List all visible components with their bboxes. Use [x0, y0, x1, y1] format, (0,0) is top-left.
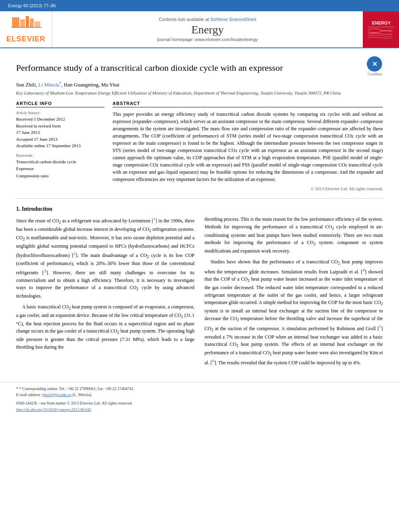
received-revised-date: 17 June 2013	[16, 129, 105, 136]
crossmark-circle: ✕	[367, 56, 382, 72]
email-label: E-mail address:	[16, 392, 41, 397]
elsevier-graphic-icon	[10, 15, 42, 33]
journal-homepage: journal homepage: www.elsevier.com/locat…	[157, 37, 258, 42]
author-rest: , Han Guangming, Ma Yitai	[61, 82, 119, 88]
intro-para-4: Studies have shown that the performance …	[205, 258, 383, 367]
svg-rect-1	[20, 19, 25, 27]
sciverse-link[interactable]: SciVerse ScienceDirect	[210, 17, 256, 22]
author-sunzhili: Sun Zhili,	[16, 82, 38, 88]
authors-line: Sun Zhili, Li Minxia*, Han Guangming, Ma…	[16, 81, 383, 88]
cover-inner: ENERGY	[365, 15, 397, 43]
svg-rect-6	[366, 16, 396, 43]
received-revised-label: Received in revised form	[16, 123, 105, 129]
abstract-column: ABSTRACT This paper provides an energy e…	[113, 101, 383, 191]
copyright-line: © 2013 Elsevier Ltd. All rights reserved…	[113, 186, 383, 191]
email-link[interactable]: tjmxli@tju.edu.cn	[42, 392, 72, 397]
journal-issue-info: Energy 60 (2013) 77–86	[8, 3, 56, 8]
keywords-label: Keywords:	[16, 153, 105, 158]
intro-col-left: Since the reuse of CO2 as a refrigerant …	[16, 216, 195, 370]
keywords-list: Transcritical carbon dioxide cycle Expre…	[16, 158, 105, 180]
intro-para-2: A basic transcritical CO2 heat pump syst…	[16, 303, 195, 351]
introduction-title: 1. Introduction	[16, 206, 383, 212]
keyword-3: Compression ratio	[16, 173, 105, 180]
section-divider	[16, 198, 383, 199]
crossmark-label: CrossMark	[367, 72, 383, 76]
history-label: Article history:	[16, 111, 105, 115]
email-footnote: E-mail address: tjmxli@tju.edu.cn (L. Mi…	[16, 392, 383, 398]
issn-block: 0360-5442/$ – see front matter © 2013 El…	[16, 400, 383, 413]
article-info-header: ARTICLE INFO	[16, 101, 105, 107]
abstract-header: ABSTRACT	[113, 101, 383, 107]
affiliation: Key Laboratory of Medium-Low Temperature…	[16, 90, 383, 96]
main-content: Performance study of a transcritical car…	[0, 48, 399, 382]
sciverse-text: Contents lists available at SciVerse Sci…	[159, 17, 256, 22]
title-section: Performance study of a transcritical car…	[16, 56, 383, 78]
svg-text:ENERGY: ENERGY	[372, 21, 391, 25]
introduction-body: Since the reuse of CO2 as a refrigerant …	[16, 216, 383, 370]
email-person: (L. Minxia).	[72, 392, 92, 397]
corresponding-star-footnote: *	[16, 386, 19, 391]
corresponding-note: * Corresponding author. Tel.: +86 22 278…	[19, 386, 135, 391]
journal-cover-image: ENERGY	[363, 11, 399, 47]
svg-rect-0	[12, 17, 19, 27]
svg-rect-4	[35, 21, 40, 27]
footer-area: * * Corresponding author. Tel.: +86 22 2…	[0, 382, 399, 415]
corresponding-footnote: * * Corresponding author. Tel.: +86 22 2…	[16, 386, 383, 392]
author-liminxia: Li Minxia	[38, 82, 59, 88]
section-name: Introduction	[22, 206, 52, 212]
crossmark-badge[interactable]: ✕ CrossMark	[367, 56, 383, 72]
intro-para-3: throttling process. This is the main rea…	[205, 216, 383, 255]
elsevier-logo-inner: ELSEVIER	[6, 15, 45, 43]
doi-link[interactable]: http://dx.doi.org/10.1016/j.energy.2013.…	[16, 407, 91, 412]
article-info-column: ARTICLE INFO Article history: Received 5…	[16, 101, 105, 191]
article-info-abstract-section: ARTICLE INFO Article history: Received 5…	[16, 101, 383, 191]
doi-line[interactable]: http://dx.doi.org/10.1016/j.energy.2013.…	[16, 406, 383, 413]
accepted-date: Accepted 17 June 2013	[16, 136, 105, 143]
svg-rect-3	[30, 18, 34, 27]
intro-para-1: Since the reuse of CO2 as a refrigerant …	[16, 216, 195, 300]
svg-rect-2	[26, 16, 29, 27]
page-container: Energy 60 (2013) 77–86 ELSEVIER Co	[0, 0, 399, 532]
abstract-text: This paper provides an energy efficiency…	[113, 111, 383, 183]
keyword-2: Expressor	[16, 165, 105, 173]
sciverse-prefix: Contents lists available at	[159, 17, 210, 22]
crossmark-icon: ✕	[372, 60, 377, 68]
available-date: Available online 17 September 2013	[16, 142, 105, 149]
journal-header: ELSEVIER Contents lists available at Sci…	[0, 11, 399, 48]
section-number: 1.	[16, 206, 21, 212]
intro-text-col2: throttling process. This is the main rea…	[205, 216, 383, 366]
journal-title-header: Energy	[191, 23, 224, 36]
top-bar: Energy 60 (2013) 77–86	[0, 0, 399, 11]
elsevier-logo-section: ELSEVIER	[0, 11, 52, 47]
issn-line: 0360-5442/$ – see front matter © 2013 El…	[16, 400, 383, 406]
elsevier-wordmark: ELSEVIER	[6, 35, 45, 43]
journal-center: Contents lists available at SciVerse Sci…	[52, 11, 363, 47]
received-date: Received 5 December 2012	[16, 116, 105, 123]
article-title: Performance study of a transcritical car…	[16, 62, 283, 74]
intro-col-right: throttling process. This is the main rea…	[205, 216, 383, 370]
keyword-1: Transcritical carbon dioxide cycle	[16, 158, 105, 166]
cover-artwork-icon: ENERGY	[366, 16, 396, 43]
intro-text-col1: Since the reuse of CO2 as a refrigerant …	[16, 216, 195, 351]
